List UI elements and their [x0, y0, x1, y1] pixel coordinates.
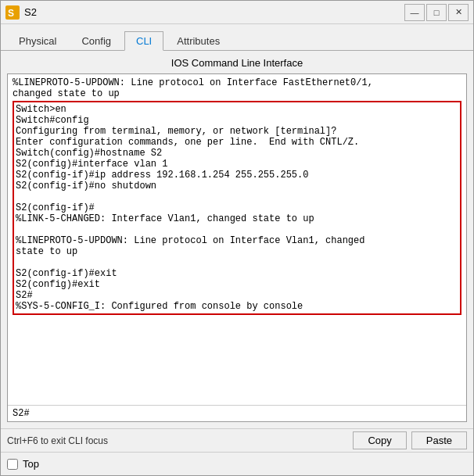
title-bar-left: S S2 — [5, 5, 37, 20]
tab-config[interactable]: Config — [70, 31, 123, 51]
main-window: S S2 — □ ✕ Physical Config CLI Attribute… — [0, 0, 474, 476]
paste-button[interactable]: Paste — [411, 431, 467, 449]
highlighted-cli-section: Switch>en Switch#config Configuring from… — [13, 101, 461, 315]
svg-text:S: S — [8, 8, 14, 19]
bottom-bar: Top — [1, 452, 473, 475]
top-checkbox-label[interactable]: Top — [7, 458, 39, 470]
cli-input[interactable] — [8, 406, 466, 421]
top-label: Top — [23, 458, 39, 470]
button-group: Copy Paste — [353, 431, 467, 449]
ctrl-hint-text: Ctrl+F6 to exit CLI focus — [7, 435, 108, 446]
window-icon: S — [5, 5, 20, 20]
title-bar: S S2 — □ ✕ — [1, 1, 473, 24]
section-title: IOS Command Line Interface — [7, 57, 467, 69]
top-checkbox[interactable] — [7, 459, 18, 470]
copy-button[interactable]: Copy — [353, 431, 406, 449]
cli-input-row — [8, 405, 466, 421]
tab-physical[interactable]: Physical — [7, 31, 68, 51]
maximize-button[interactable]: □ — [426, 4, 447, 21]
title-bar-controls: — □ ✕ — [404, 4, 469, 21]
cli-container: %LINEPROTO-5-UPDOWN: Line protocol on In… — [7, 73, 467, 422]
window-title: S2 — [24, 6, 37, 18]
cli-output[interactable]: %LINEPROTO-5-UPDOWN: Line protocol on In… — [8, 74, 466, 405]
minimize-button[interactable]: — — [404, 4, 425, 21]
close-button[interactable]: ✕ — [448, 4, 469, 21]
status-bar: Ctrl+F6 to exit CLI focus Copy Paste — [1, 428, 473, 452]
tab-attributes[interactable]: Attributes — [165, 31, 232, 51]
tab-cli[interactable]: CLI — [124, 31, 163, 51]
tab-bar: Physical Config CLI Attributes — [1, 24, 473, 51]
content-area: IOS Command Line Interface %LINEPROTO-5-… — [1, 51, 473, 428]
